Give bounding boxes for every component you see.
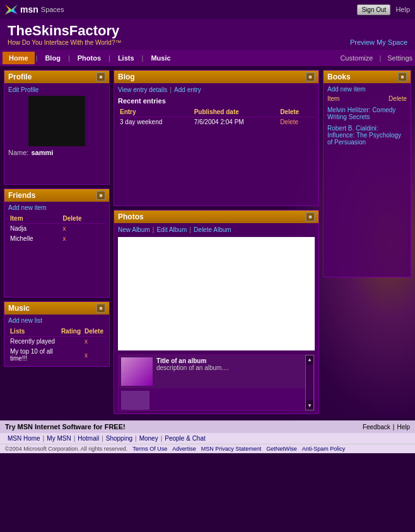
photo-main-image [118, 237, 315, 350]
blog-actions: View entry details | Add entry [118, 86, 315, 93]
photo-album-desc: description of an album.... [156, 364, 229, 371]
friend-name: Nadja [8, 224, 61, 234]
blog-panel-body: View entry details | Add entry Recent en… [114, 83, 319, 205]
spaces-label: Spaces [41, 6, 64, 13]
blog-entry-date: 7/6/2004 2:04 PM [192, 117, 278, 127]
blog-panel: Blog ■ View entry details | Add entry Re… [114, 70, 319, 206]
blog-col-date: Published date [192, 107, 278, 117]
nav-tab-blog[interactable]: Blog [38, 52, 66, 64]
books-panel-expand[interactable]: ■ [398, 72, 407, 81]
nav-tab-lists[interactable]: Lists [112, 52, 141, 64]
footer-people-chat[interactable]: People & Chat [162, 435, 208, 442]
profile-panel-title: Profile [8, 72, 32, 81]
trybar-help-link[interactable]: Help [397, 424, 410, 431]
books-add-link[interactable]: Add new item [327, 86, 407, 93]
msn-logo-text: msn [20, 4, 38, 14]
books-panel-header: Books ■ [324, 71, 411, 83]
preview-my-space-link[interactable]: Preview My Space [350, 38, 407, 46]
music-delete-0[interactable]: x [85, 338, 88, 345]
delete-album-link[interactable]: Delete Album [194, 226, 231, 233]
friends-col-delete: Delete [61, 214, 105, 224]
books-col-item: Item [327, 95, 339, 102]
profile-panel-expand[interactable]: ■ [96, 72, 105, 81]
blog-entry-title: 3 day weekend [118, 117, 192, 127]
friend-name: Michelle [8, 234, 61, 244]
signout-button[interactable]: Sign Out [357, 4, 390, 15]
right-column: Books ■ Add new item Item Delete Melvin … [323, 70, 411, 414]
nav-bar: Home | Blog | Photos | Lists | Music Cus… [0, 50, 415, 66]
footer-hotmail[interactable]: Hotmail [75, 435, 102, 442]
music-add-link[interactable]: Add new list [8, 317, 105, 324]
profile-panel: Profile ■ Edit Profile Name: sammi [4, 70, 110, 185]
help-link[interactable]: Help [395, 6, 410, 13]
friends-panel: Friends ■ Add new item Item Delete Nadja [4, 188, 110, 298]
profile-name-row: Name: sammi [8, 149, 105, 156]
customize-link[interactable]: Customize [340, 54, 373, 62]
friend-delete-1[interactable]: x [63, 235, 66, 242]
blog-delete-0[interactable]: Delete [280, 119, 298, 125]
music-item-name: Recently played [8, 337, 59, 347]
photo-thumb-item[interactable]: Title of an album description of an albu… [119, 355, 305, 388]
music-panel-body: Add new list Lists Rating Delete Recentl… [4, 315, 109, 366]
books-item-0[interactable]: Melvin Helitzer: Comedy Writing Secrets [327, 105, 407, 123]
msn-logo: msn Spaces [5, 4, 64, 14]
feedback-link[interactable]: Feedback [363, 424, 390, 431]
footer-nav: MSN Home | My MSN | Hotmail | Shopping |… [0, 433, 415, 444]
top-bar: msn Spaces Sign Out Help [0, 0, 415, 19]
edit-profile-link[interactable]: Edit Profile [8, 86, 38, 93]
privacy-link[interactable]: MSN Privacy Statement [201, 446, 262, 452]
blog-table: Entry Published date Delete 3 day weeken… [118, 107, 315, 127]
photo-scrollbar[interactable]: ▲ ▼ [305, 355, 314, 410]
photo-list-items: Title of an album description of an albu… [119, 355, 305, 410]
getnetwise-link[interactable]: GetNetWise [266, 446, 297, 452]
blog-panel-expand[interactable]: ■ [306, 72, 315, 81]
view-entry-details-link[interactable]: View entry details [118, 86, 167, 93]
friends-panel-header: Friends ■ [4, 189, 109, 202]
profile-panel-header: Profile ■ [4, 71, 109, 83]
footer-my-msn[interactable]: My MSN [44, 435, 73, 442]
friends-table-header: Item Delete [8, 214, 105, 224]
edit-album-link[interactable]: Edit Album [156, 226, 187, 233]
scroll-down-button[interactable]: ▼ [306, 402, 313, 410]
advertise-link[interactable]: Advertise [172, 446, 196, 452]
blog-panel-title: Blog [118, 72, 135, 81]
friends-panel-title: Friends [8, 191, 35, 200]
add-entry-link[interactable]: Add entry [174, 86, 201, 93]
butterfly-logo [5, 4, 18, 14]
nav-tab-music[interactable]: Music [144, 52, 177, 64]
friends-panel-expand[interactable]: ■ [96, 191, 105, 200]
new-album-link[interactable]: New Album [118, 226, 150, 233]
table-row: Michelle x [8, 234, 105, 244]
middle-column: Blog ■ View entry details | Add entry Re… [114, 70, 319, 414]
photos-panel-expand[interactable]: ■ [306, 212, 315, 221]
antispam-link[interactable]: Anti-Spam Policy [302, 446, 346, 452]
photos-panel: Photos ■ New Album | Edit Album | Delete… [114, 210, 319, 414]
footer-shopping[interactable]: Shopping [103, 435, 135, 442]
settings-link[interactable]: Settings [387, 54, 412, 62]
copyright-text: ©2004 Microsoft Corporation. All rights … [5, 446, 127, 452]
footer-msn-home[interactable]: MSN Home [5, 435, 43, 442]
table-row: Nadja x [8, 224, 105, 234]
nav-tab-home[interactable]: Home [3, 52, 35, 64]
terms-link[interactable]: Terms Of Use [132, 446, 167, 452]
music-panel-expand[interactable]: ■ [96, 304, 105, 313]
friends-add-link[interactable]: Add new item [8, 204, 105, 211]
left-column: Profile ■ Edit Profile Name: sammi Frien… [4, 70, 110, 414]
books-header-row: Item Delete [327, 95, 407, 102]
music-delete-1[interactable]: x [85, 352, 88, 359]
friend-delete-0[interactable]: x [63, 225, 66, 232]
books-panel-body: Add new item Item Delete Melvin Helitzer… [324, 83, 411, 277]
footer-money[interactable]: Money [137, 435, 161, 442]
books-col-delete: Delete [389, 95, 407, 102]
books-item-1[interactable]: Robert B. Cialdini: Influence: The Psych… [327, 123, 407, 148]
profile-photo [28, 96, 85, 146]
nav-tab-photos[interactable]: Photos [71, 52, 107, 64]
scroll-up-button[interactable]: ▲ [306, 356, 313, 364]
scroll-track [307, 365, 313, 400]
photo-list-wrapper: Title of an album description of an albu… [118, 354, 315, 411]
table-row: My top 10 of all time!!! x [8, 347, 105, 364]
main-content: Profile ■ Edit Profile Name: sammi Frien… [0, 66, 415, 418]
friends-col-item: Item [8, 214, 61, 224]
photo-thumb-empty [119, 388, 305, 410]
music-table-header: Lists Rating Delete [8, 327, 105, 337]
